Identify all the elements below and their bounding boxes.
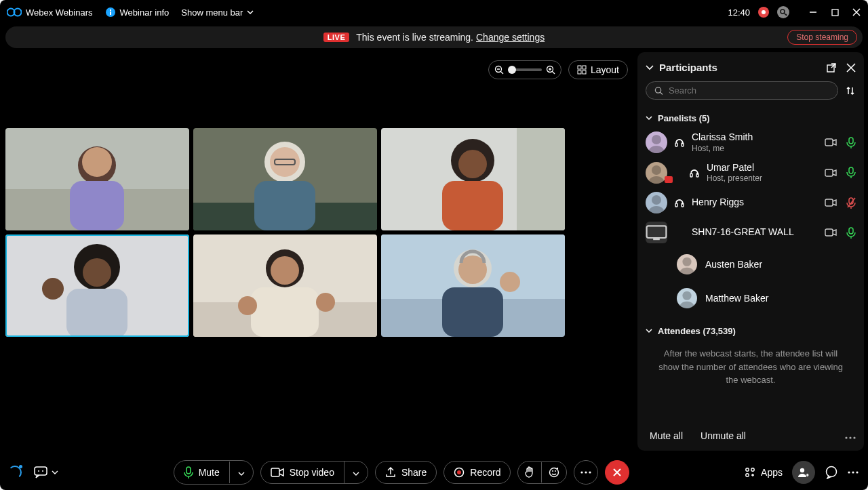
video-tile[interactable] [381,128,565,230]
share-button[interactable]: Share [375,461,437,484]
svg-rect-6 [832,9,838,16]
chevron-down-icon [646,116,652,121]
participant-name: SHN7-16-GREAT WALL [692,226,818,239]
mute-all-button[interactable]: Mute all [650,430,683,441]
chat-icon[interactable] [825,466,838,479]
titlebar: Webex Webinars Webinar info Show menu ba… [0,0,868,24]
participant-row[interactable]: Matthew Baker [637,281,864,315]
svg-point-80 [550,468,559,477]
svg-point-81 [552,470,553,472]
video-tile[interactable] [5,234,189,337]
svg-rect-50 [675,143,677,146]
participant-name: Henry Riggs [692,197,818,209]
svg-rect-73 [35,467,47,475]
zoom-out-icon [494,65,504,75]
webex-logo-icon [7,7,22,17]
participant-row[interactable]: Austen Baker [637,247,864,281]
close-panel-icon[interactable] [846,63,856,73]
svg-point-40 [316,293,335,312]
menu-label: Show menu bar [181,7,243,18]
svg-point-49 [652,135,661,144]
connection-spinner [8,466,22,479]
video-tile[interactable] [193,234,377,337]
lock-button[interactable] [777,6,789,18]
camera-icon [825,169,837,177]
svg-rect-66 [825,229,833,236]
svg-point-68 [682,258,691,266]
zoom-in-icon [546,65,555,75]
zoom-control[interactable] [488,60,561,79]
sort-icon[interactable] [845,85,856,96]
svg-point-93 [852,471,854,473]
search-icon [654,86,663,96]
attendees-note: After the webcast starts, the attendee l… [637,340,864,394]
video-tile[interactable] [5,128,189,230]
participants-panel: Participants Panelists (5) Clarissa Smit… [637,52,864,451]
maximize-button[interactable] [830,7,840,17]
panelists-section-header[interactable]: Panelists (5) [637,106,864,127]
apps-button[interactable]: Apps [745,467,783,478]
mute-caret[interactable] [229,462,253,483]
emoji-button[interactable] [541,462,566,483]
unmute-all-button[interactable]: Unmute all [701,430,746,441]
mute-button[interactable]: Mute [174,460,254,485]
video-tile[interactable] [193,128,377,230]
apps-label: Apps [761,467,783,478]
avatar [677,254,697,274]
change-settings-link[interactable]: Change settings [476,32,545,43]
svg-point-84 [585,471,587,473]
svg-rect-10 [583,66,586,69]
record-button[interactable]: Record [443,461,511,484]
chevron-down-icon[interactable] [646,65,654,70]
participant-row[interactable]: Umar PatelHost, presenter [637,158,864,188]
popout-icon[interactable] [826,62,837,73]
chevron-down-icon [52,470,58,474]
clock: 12:40 [728,7,750,18]
search-input[interactable] [669,85,829,96]
avatar [646,131,667,153]
participant-row[interactable]: Henry Riggs [637,188,864,218]
video-tile[interactable] [381,234,565,337]
stop-video-button[interactable]: Stop video [260,461,368,484]
participants-button[interactable] [792,461,815,484]
attendees-title: Attendees (73,539) [658,326,736,336]
webinar-info-label: Webinar info [120,7,170,18]
stop-streaming-button[interactable]: Stop steaming [787,30,857,45]
attendees-section-header[interactable]: Attendees (73,539) [637,319,864,340]
zoom-slider[interactable] [508,68,542,71]
svg-point-74 [38,470,39,472]
emoji-icon [549,467,559,478]
microphone-icon [846,227,856,239]
more-options-button[interactable] [574,460,598,485]
end-call-button[interactable] [605,460,629,485]
participant-row[interactable]: Clarissa SmithHost, me [637,127,864,158]
svg-rect-25 [517,128,565,230]
grid-icon [577,65,587,75]
svg-rect-65 [653,238,660,240]
raise-hand-button[interactable] [518,462,541,483]
svg-point-72 [853,436,855,438]
recording-indicator[interactable] [758,7,769,18]
participant-row[interactable]: SHN7-16-GREAT WALL [637,218,864,247]
svg-rect-12 [583,70,586,74]
close-button[interactable] [852,7,861,17]
chevron-down-icon [238,472,245,476]
layout-label: Layout [591,64,619,75]
webinar-info-button[interactable]: Webinar info [105,7,170,18]
svg-rect-31 [66,289,127,337]
reactions-button[interactable] [34,466,58,478]
search-input-wrapper[interactable] [646,81,838,100]
video-caret[interactable] [344,462,368,483]
svg-point-94 [856,471,858,473]
show-menu-bar-button[interactable]: Show menu bar [181,7,254,18]
svg-point-59 [652,195,661,205]
mute-label: Mute [199,467,220,478]
panel-more-button[interactable] [845,430,856,441]
live-badge: LIVE [323,33,349,42]
layout-button[interactable]: Layout [568,60,628,79]
hand-icon [525,466,534,478]
svg-point-82 [555,470,556,472]
minimize-button[interactable] [808,7,818,17]
panel-more-icon[interactable] [848,471,859,474]
app-title[interactable]: Webex Webinars [7,7,93,18]
